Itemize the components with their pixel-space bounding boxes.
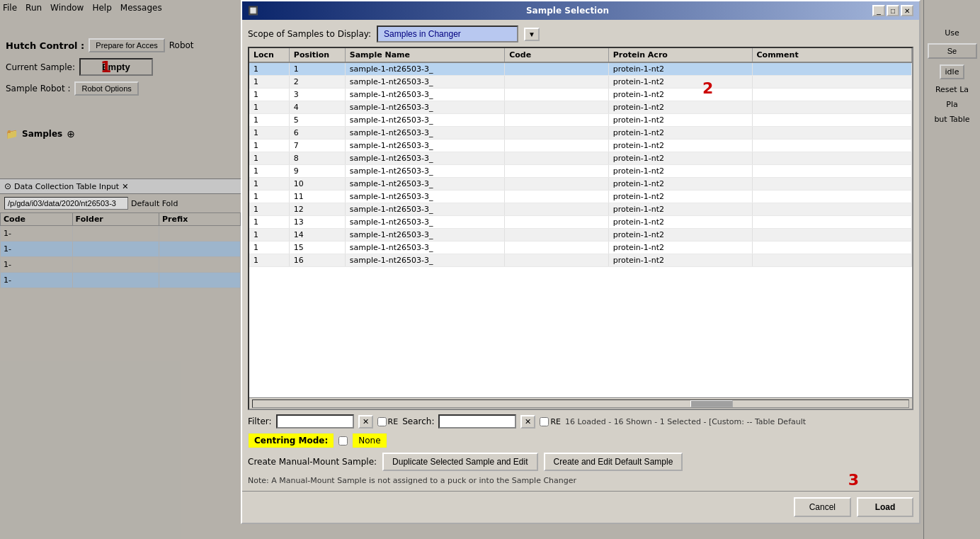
dialog-footer: Cancel Load — [242, 491, 919, 523]
scope-row: Scope of Samples to Display: ▼ — [248, 25, 913, 42]
manual-mount-label: Create Manual-Mount Sample: — [248, 457, 377, 467]
none-checkbox[interactable] — [338, 436, 348, 446]
filter-input[interactable] — [276, 414, 354, 429]
table-row[interactable]: 12sample-1-nt26503-3_protein-1-nt2 — [249, 76, 912, 89]
col-protein: Protein Acro — [608, 48, 752, 62]
search-re-checkbox[interactable] — [540, 417, 549, 426]
search-clear-button[interactable]: ✕ — [520, 415, 535, 429]
scope-label: Scope of Samples to Display: — [248, 29, 371, 39]
titlebar-controls: _ □ ✕ — [872, 5, 913, 16]
annotation-2: 2 — [702, 79, 713, 97]
table-row[interactable]: 110sample-1-nt26503-3_protein-1-nt2 — [249, 178, 912, 191]
dialog-titlebar: 🔲 Sample Selection _ □ ✕ — [242, 1, 919, 20]
table-row[interactable]: 19sample-1-nt26503-3_protein-1-nt2 — [249, 165, 912, 178]
cancel-button[interactable]: Cancel — [794, 497, 851, 517]
sample-table: Locn Position Sample Name Code Protein A… — [249, 48, 912, 267]
table-row[interactable]: 111sample-1-nt26503-3_protein-1-nt2 — [249, 191, 912, 203]
dialog-title: Sample Selection — [263, 6, 872, 16]
create-default-sample-button[interactable]: Create and Edit Default Sample — [544, 453, 683, 471]
filter-clear-button[interactable]: ✕ — [358, 415, 373, 429]
table-row[interactable]: 18sample-1-nt26503-3_protein-1-nt2 — [249, 152, 912, 165]
table-row[interactable]: 16sample-1-nt26503-3_protein-1-nt2 — [249, 127, 912, 140]
minimize-button[interactable]: _ — [872, 5, 885, 16]
search-label: Search: — [402, 416, 434, 426]
status-text: 16 Loaded - 16 Shown - 1 Selected - [Cus… — [565, 417, 806, 426]
duplicate-sample-button[interactable]: Duplicate Selected Sample and Edit — [382, 453, 537, 471]
note-text: Note: A Manual-Mount Sample is not assig… — [248, 476, 576, 485]
table-row[interactable]: 114sample-1-nt26503-3_protein-1-nt2 — [249, 229, 912, 242]
filter-re-label: RE — [377, 417, 399, 426]
filter-re-checkbox[interactable] — [377, 417, 387, 426]
dialog-body: Scope of Samples to Display: ▼ 2 Locn Po… — [242, 20, 919, 491]
table-row[interactable]: 13sample-1-nt26503-3_protein-1-nt2 — [249, 89, 912, 101]
load-button[interactable]: Load — [857, 497, 913, 517]
none-label: None — [352, 433, 387, 448]
scope-dropdown-button[interactable]: ▼ — [524, 28, 540, 41]
note-row: Note: A Manual-Mount Sample is not assig… — [248, 475, 913, 485]
table-row[interactable]: 14sample-1-nt26503-3_protein-1-nt2 — [249, 101, 912, 114]
table-row[interactable]: 113sample-1-nt26503-3_protein-1-nt2 — [249, 216, 912, 229]
col-code: Code — [505, 48, 609, 62]
sample-selection-dialog: 🔲 Sample Selection _ □ ✕ Scope of Sample… — [241, 0, 921, 524]
table-header-row: Locn Position Sample Name Code Protein A… — [249, 48, 912, 62]
filter-row: Filter: ✕ RE Search: ✕ RE 16 Loaded - 16… — [248, 414, 913, 429]
manual-mount-row: Create Manual-Mount Sample: Duplicate Se… — [248, 453, 913, 471]
sample-table-container: Locn Position Sample Name Code Protein A… — [248, 47, 913, 410]
search-input[interactable] — [438, 414, 516, 429]
col-position: Position — [289, 48, 345, 62]
col-sample-name: Sample Name — [345, 48, 504, 62]
dialog-icon: 🔲 — [248, 6, 258, 16]
horizontal-scrollbar[interactable] — [249, 397, 912, 409]
sample-table-scroll[interactable]: Locn Position Sample Name Code Protein A… — [249, 48, 912, 397]
close-button[interactable]: ✕ — [901, 5, 913, 16]
table-row[interactable]: 11sample-1-nt26503-3_protein-1-nt2 — [249, 62, 912, 76]
scope-select[interactable] — [377, 25, 518, 42]
centring-mode-row: Centring Mode: None — [248, 433, 913, 448]
table-row[interactable]: 116sample-1-nt26503-3_protein-1-nt2 — [249, 254, 912, 267]
table-row[interactable]: 112sample-1-nt26503-3_protein-1-nt2 — [249, 203, 912, 216]
table-row[interactable]: 115sample-1-nt26503-3_protein-1-nt2 — [249, 242, 912, 254]
filter-label: Filter: — [248, 416, 272, 426]
annotation-3: 3 — [848, 471, 859, 489]
table-row[interactable]: 17sample-1-nt26503-3_protein-1-nt2 — [249, 140, 912, 152]
search-re-label: RE — [540, 417, 561, 426]
maximize-button[interactable]: □ — [887, 5, 899, 16]
table-row[interactable]: 15sample-1-nt26503-3_protein-1-nt2 — [249, 114, 912, 127]
col-locn: Locn — [249, 48, 289, 62]
centring-mode-badge: Centring Mode: — [248, 433, 334, 448]
col-comment: Comment — [752, 48, 911, 62]
